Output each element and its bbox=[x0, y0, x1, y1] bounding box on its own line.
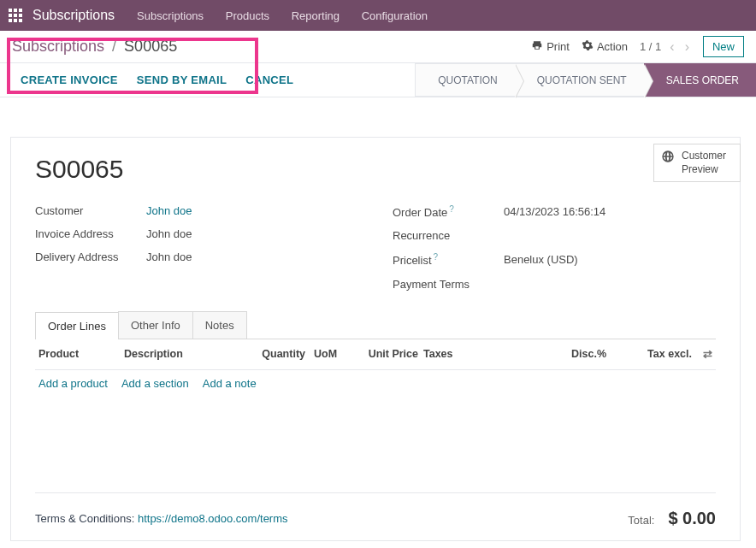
pager-text: 1 / 1 bbox=[640, 40, 661, 53]
invoice-address-field[interactable]: John doe bbox=[146, 227, 192, 240]
nav-configuration[interactable]: Configuration bbox=[362, 9, 428, 22]
breadcrumb: Subscriptions / S00065 bbox=[12, 38, 177, 56]
add-product-button[interactable]: Add a product bbox=[38, 377, 108, 390]
nav-products[interactable]: Products bbox=[226, 9, 269, 22]
terms-link[interactable]: https://demo8.odoo.com/terms bbox=[138, 512, 288, 525]
add-note-button[interactable]: Add a note bbox=[203, 377, 257, 390]
pager: 1 / 1 ‹ › bbox=[640, 39, 691, 55]
order-date-field[interactable]: 04/13/2023 16:56:14 bbox=[504, 205, 605, 218]
grid-options-icon[interactable]: ⇄ bbox=[692, 348, 712, 361]
col-unit-price: Unit Price bbox=[365, 348, 418, 360]
stage-bar: QUOTATION QUOTATION SENT SALES ORDER bbox=[415, 63, 756, 97]
print-icon bbox=[531, 39, 543, 54]
cancel-button[interactable]: CANCEL bbox=[245, 74, 293, 86]
col-description: Description bbox=[124, 348, 244, 360]
delivery-address-field[interactable]: John doe bbox=[146, 250, 192, 263]
create-invoice-button[interactable]: CREATE INVOICE bbox=[21, 74, 118, 86]
breadcrumb-current: S00065 bbox=[124, 38, 177, 55]
top-nav: Subscriptions Products Reporting Configu… bbox=[137, 9, 446, 22]
customer-label: Customer bbox=[35, 204, 146, 217]
help-icon[interactable]: ? bbox=[434, 252, 439, 262]
terms-block: Terms & Conditions: https://demo8.odoo.c… bbox=[35, 512, 288, 525]
tab-other-info[interactable]: Other Info bbox=[118, 311, 193, 339]
action-button[interactable]: Action bbox=[582, 39, 628, 54]
new-button[interactable]: New bbox=[703, 36, 744, 57]
tab-notes[interactable]: Notes bbox=[192, 311, 247, 339]
total-value: $ 0.00 bbox=[668, 509, 716, 528]
preview-line2: Preview bbox=[682, 163, 726, 177]
col-tax-excl: Tax excl. bbox=[606, 348, 692, 360]
col-quantity: Quantity bbox=[244, 348, 305, 360]
grid-header: Product Description Quantity UoM Unit Pr… bbox=[35, 339, 716, 370]
print-label: Print bbox=[546, 40, 570, 53]
col-product: Product bbox=[38, 348, 124, 360]
pager-next[interactable]: › bbox=[683, 39, 691, 55]
col-disc: Disc.% bbox=[470, 348, 606, 360]
gear-icon bbox=[582, 39, 594, 54]
app-brand[interactable]: Subscriptions bbox=[32, 8, 115, 23]
pager-prev[interactable]: ‹ bbox=[668, 39, 676, 55]
globe-icon bbox=[661, 150, 675, 163]
preview-line1: Customer bbox=[682, 150, 726, 163]
grid-add-row: Add a product Add a section Add a note bbox=[35, 370, 716, 493]
invoice-address-label: Invoice Address bbox=[35, 227, 146, 240]
stage-sales-order[interactable]: SALES ORDER bbox=[644, 63, 756, 97]
col-taxes: Taxes bbox=[418, 348, 470, 360]
tab-order-lines[interactable]: Order Lines bbox=[35, 312, 119, 339]
col-uom: UoM bbox=[305, 348, 365, 360]
stage-quotation[interactable]: QUOTATION bbox=[415, 63, 515, 97]
action-label: Action bbox=[597, 40, 628, 53]
customer-field[interactable]: John doe bbox=[146, 204, 192, 217]
pricelist-label: Pricelist? bbox=[393, 252, 504, 267]
customer-preview-button[interactable]: Customer Preview bbox=[653, 144, 741, 182]
stage-quotation-sent[interactable]: QUOTATION SENT bbox=[515, 63, 644, 97]
print-button[interactable]: Print bbox=[531, 39, 570, 54]
apps-icon[interactable] bbox=[9, 9, 22, 22]
nav-subscriptions[interactable]: Subscriptions bbox=[137, 9, 204, 22]
recurrence-label: Recurrence bbox=[393, 229, 504, 242]
total-label: Total: bbox=[628, 514, 654, 527]
terms-label: Terms & Conditions: bbox=[35, 512, 138, 525]
page-title: S00065 bbox=[35, 155, 716, 184]
breadcrumb-separator: / bbox=[109, 38, 120, 55]
payment-terms-label: Payment Terms bbox=[393, 278, 504, 291]
send-email-button[interactable]: SEND BY EMAIL bbox=[137, 74, 227, 86]
breadcrumb-root[interactable]: Subscriptions bbox=[12, 38, 104, 55]
order-date-label: Order Date? bbox=[393, 204, 504, 219]
help-icon[interactable]: ? bbox=[449, 204, 454, 214]
delivery-address-label: Delivery Address bbox=[35, 250, 146, 263]
add-section-button[interactable]: Add a section bbox=[121, 377, 189, 390]
nav-reporting[interactable]: Reporting bbox=[292, 9, 340, 22]
pricelist-field[interactable]: Benelux (USD) bbox=[504, 253, 578, 266]
